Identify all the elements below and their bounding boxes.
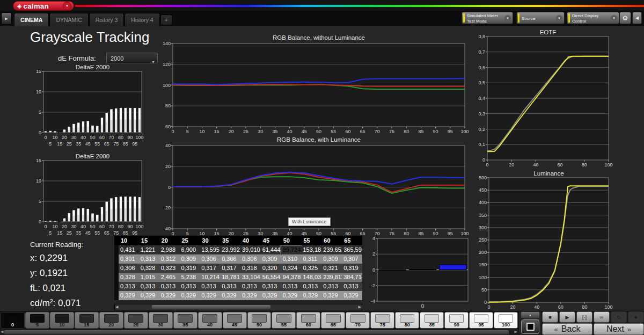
- svg-text:5: 5: [186, 129, 189, 134]
- grayscale-step-40[interactable]: 40: [198, 312, 222, 329]
- svg-text:40: 40: [287, 129, 292, 134]
- table-cell: [114, 273, 119, 282]
- gray-swatch: [350, 314, 365, 323]
- de-formula-select[interactable]: 2000 ▼: [106, 53, 158, 63]
- step-label: 20: [100, 322, 123, 327]
- gray-swatch: [55, 314, 70, 323]
- grayscale-step-25[interactable]: 25: [124, 312, 148, 329]
- svg-text:0: 0: [421, 303, 425, 309]
- step-label: 95: [470, 322, 493, 327]
- stop-icon[interactable]: ■: [542, 311, 558, 323]
- table-column-header: 45: [261, 236, 281, 245]
- logo-dropdown-button[interactable]: ▾: [63, 2, 71, 10]
- table-scrollbar[interactable]: ◀ ▶: [114, 304, 362, 310]
- accent-bar: [568, 13, 570, 23]
- gray-swatch: [449, 314, 464, 323]
- table-cell: 0,309: [321, 254, 342, 264]
- step-label: 90: [445, 322, 468, 327]
- collapse-panel-button[interactable]: ◀: [632, 12, 642, 24]
- table-column-header: 25: [179, 236, 200, 245]
- svg-text:30: 30: [71, 135, 76, 140]
- add-tab-button[interactable]: +: [160, 14, 172, 25]
- simulated-meter-dropdown[interactable]: Simulated MeterTest Mode▼: [462, 12, 513, 24]
- svg-text:15: 15: [57, 141, 62, 147]
- svg-text:300: 300: [479, 225, 487, 230]
- svg-text:0: 0: [486, 162, 488, 168]
- table-cell: 0,313: [240, 282, 261, 291]
- grayscale-step-70[interactable]: 70: [346, 312, 370, 329]
- table-scrollbar-thumb[interactable]: [152, 305, 270, 309]
- scroll-left-icon[interactable]: ◀: [115, 304, 118, 310]
- back-button[interactable]: « Back: [542, 323, 592, 335]
- gray-swatch: [425, 314, 440, 323]
- grayscale-step-5[interactable]: 5: [25, 312, 49, 329]
- svg-text:5: 5: [39, 199, 41, 204]
- source-dropdown[interactable]: Source▼: [516, 12, 565, 24]
- grayscale-step-85[interactable]: 85: [420, 312, 444, 329]
- loop-icon[interactable]: ∞: [594, 311, 610, 323]
- spectrum-strip: [75, 5, 644, 7]
- grayscale-step-80[interactable]: 80: [395, 312, 419, 329]
- grayscale-step-65[interactable]: 65: [321, 312, 345, 329]
- grayscale-step-30[interactable]: 30: [149, 312, 173, 329]
- table-cell: 0,320: [261, 264, 281, 273]
- svg-text:0: 0: [168, 185, 171, 190]
- table-cell: 0,313: [159, 282, 180, 291]
- tab-cinema[interactable]: CINEMA: [14, 13, 49, 26]
- eotf-chart: EOTF00,10,20,30,40,50,60,70,802040608010…: [474, 29, 614, 170]
- grayscale-step-55[interactable]: 55: [272, 312, 296, 329]
- record-icon[interactable]: ●: [628, 311, 644, 323]
- calman-logo-menu[interactable]: ◈ calman ▾: [13, 1, 74, 11]
- grayscale-step-100[interactable]: 100: [494, 312, 518, 329]
- step-label: 55: [272, 322, 295, 327]
- next-button[interactable]: Next »: [594, 323, 644, 335]
- direct-display-control-dropdown[interactable]: Direct Display Control▼: [567, 12, 619, 24]
- svg-text:-2: -2: [371, 283, 375, 288]
- grayscale-step-20[interactable]: 20: [99, 312, 123, 329]
- pattern-up-button[interactable]: ▲: [521, 312, 539, 318]
- svg-text:0,4: 0,4: [478, 96, 485, 101]
- scroll-right-icon[interactable]: ▶: [515, 330, 517, 334]
- sync-icon[interactable]: ↻: [611, 311, 627, 323]
- table-column-header: 50: [281, 236, 302, 245]
- tab-history-3[interactable]: History 3: [89, 13, 124, 26]
- grayscale-step-10[interactable]: 10: [50, 312, 74, 329]
- svg-text:100: 100: [479, 275, 487, 280]
- bottom-scrollbar[interactable]: ◀ ▶: [0, 329, 518, 335]
- table-column-header: [114, 236, 119, 245]
- grayscale-step-0[interactable]: 0: [1, 312, 25, 329]
- svg-text:5: 5: [49, 141, 52, 147]
- play-icon[interactable]: ▶: [559, 311, 575, 323]
- scroll-left-icon[interactable]: ◀: [1, 330, 3, 334]
- pattern-window-button[interactable]: [521, 319, 539, 334]
- step-icon[interactable]: [·]: [576, 311, 592, 323]
- svg-text:40: 40: [80, 135, 86, 140]
- table-cell: 99,724: [281, 245, 302, 254]
- reading-fl: fL: 0,021: [30, 283, 83, 294]
- grayscale-step-60[interactable]: 60: [296, 312, 320, 329]
- svg-text:60: 60: [99, 135, 105, 140]
- tab-dynamic[interactable]: DYNAMIC: [49, 13, 88, 26]
- svg-text:20: 20: [62, 224, 67, 229]
- workflow-play-button[interactable]: ▶: [1, 12, 12, 25]
- grayscale-step-35[interactable]: 35: [173, 312, 197, 329]
- table-cell: 5,238: [179, 273, 200, 282]
- svg-text:100: 100: [135, 135, 143, 140]
- scroll-right-icon[interactable]: ▶: [358, 304, 361, 310]
- grayscale-step-90[interactable]: 90: [444, 312, 469, 329]
- grayscale-step-95[interactable]: 95: [469, 312, 493, 329]
- reading-x: x: 0,2291: [30, 253, 83, 264]
- svg-text:250: 250: [479, 237, 487, 243]
- settings-gear-button[interactable]: ⚙: [619, 12, 631, 24]
- grayscale-step-15[interactable]: 15: [75, 312, 99, 329]
- svg-text:0: 0: [39, 219, 41, 224]
- grayscale-step-45[interactable]: 45: [223, 312, 247, 329]
- svg-text:80: 80: [118, 135, 123, 140]
- grayscale-step-75[interactable]: 75: [370, 312, 394, 329]
- bottom-scrollbar-thumb[interactable]: [4, 330, 509, 334]
- grayscale-step-50[interactable]: 50: [247, 312, 272, 329]
- grayscale-step-buttons: 0510152025303540455055606570758085909510…: [1, 312, 518, 329]
- svg-text:100: 100: [604, 304, 612, 310]
- table-cell: 0,313: [301, 282, 321, 291]
- tab-history-4[interactable]: History 4: [125, 13, 159, 26]
